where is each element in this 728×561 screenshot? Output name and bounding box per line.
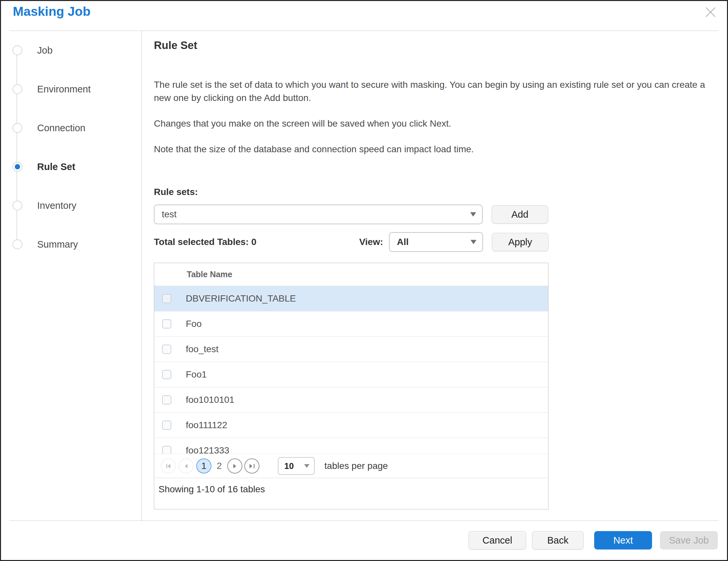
table-row[interactable]: Foo	[154, 311, 548, 337]
sidebar-item-inventory[interactable]: Inventory	[1, 186, 141, 225]
per-page-select[interactable]: 10	[278, 457, 315, 475]
step-radio-icon	[12, 201, 22, 210]
main-content: Rule Set The rule set is the set of data…	[154, 31, 721, 509]
next-button[interactable]: Next	[594, 531, 652, 549]
view-row: Total selected Tables: 0 View: All Apply	[154, 232, 548, 252]
description-paragraph-3: Note that the size of the database and c…	[154, 143, 718, 156]
table-name-cell: foo121333	[186, 445, 229, 454]
page-title: Rule Set	[154, 39, 721, 52]
first-page-icon[interactable]	[161, 458, 176, 474]
wizard-sidebar: JobEnvironmentConnectionRule SetInventor…	[1, 31, 142, 522]
table-rows-viewport: DBVERIFICATION_TABLEFoofoo_testFoo1foo10…	[154, 286, 548, 454]
table-name-cell: foo1010101	[186, 395, 234, 405]
add-button[interactable]: Add	[492, 205, 548, 224]
rule-set-row: test Add	[154, 205, 548, 224]
table-name-cell: Foo1	[186, 369, 207, 380]
rule-set-selected-value: test	[162, 209, 177, 220]
dropdown-arrow-icon	[470, 212, 476, 217]
row-checkbox[interactable]	[162, 421, 171, 430]
row-checkbox[interactable]	[162, 345, 171, 354]
sidebar-item-summary[interactable]: Summary	[1, 225, 141, 264]
showing-summary: Showing 1-10 of 16 tables	[158, 484, 265, 494]
sidebar-item-label: Rule Set	[37, 161, 75, 172]
table-name-cell: foo111122	[186, 420, 227, 430]
step-radio-icon	[12, 84, 22, 94]
table-name-cell: DBVERIFICATION_TABLE	[186, 293, 296, 304]
page-2-button[interactable]: 2	[217, 461, 222, 471]
back-button[interactable]: Back	[532, 531, 584, 549]
table-name-cell: foo_test	[186, 344, 219, 354]
rule-set-select[interactable]: test	[154, 205, 483, 224]
dialog-header: Masking Job	[1, 1, 727, 31]
total-selected-label: Total selected Tables: 0	[154, 237, 359, 247]
table-row[interactable]: foo121333	[154, 438, 548, 454]
sidebar-item-rule-set[interactable]: Rule Set	[1, 147, 141, 186]
sidebar-item-label: Job	[37, 45, 53, 56]
table-row[interactable]: Foo1	[154, 362, 548, 387]
per-page-value: 10	[284, 461, 294, 471]
prev-page-icon[interactable]	[179, 458, 194, 474]
step-radio-icon	[12, 45, 22, 55]
next-page-icon[interactable]	[227, 458, 242, 474]
sidebar-item-label: Connection	[37, 123, 85, 134]
row-checkbox[interactable]	[162, 446, 171, 454]
apply-button[interactable]: Apply	[492, 233, 548, 251]
table-name-cell: Foo	[186, 319, 202, 329]
view-label: View:	[359, 237, 383, 247]
sidebar-item-environment[interactable]: Environment	[1, 70, 141, 109]
sidebar-item-label: Inventory	[37, 200, 76, 211]
dropdown-arrow-icon	[304, 464, 309, 468]
row-checkbox[interactable]	[162, 319, 171, 329]
rule-sets-label: Rule sets:	[154, 185, 721, 199]
dropdown-arrow-icon	[471, 240, 476, 244]
current-page-button[interactable]: 1	[196, 458, 211, 474]
save-job-button[interactable]: Save Job	[660, 531, 718, 549]
table-row[interactable]: foo1010101	[154, 387, 548, 413]
table-footer: Showing 1-10 of 16 tables	[154, 478, 548, 509]
step-radio-icon	[12, 123, 22, 133]
step-radio-icon	[12, 239, 22, 249]
view-selected-value: All	[397, 237, 409, 247]
table-name-column-header: Table Name	[187, 270, 232, 279]
row-checkbox[interactable]	[162, 395, 171, 404]
row-checkbox[interactable]	[162, 370, 171, 379]
sidebar-item-label: Summary	[37, 239, 78, 250]
dialog-footer: Cancel Back Next Save Job	[1, 521, 727, 560]
sidebar-item-connection[interactable]: Connection	[1, 109, 141, 147]
pagination-bar: 1 2 10 tables per page	[154, 454, 548, 478]
per-page-label: tables per page	[325, 461, 388, 471]
description-paragraph-1: The rule set is the set of data to which…	[154, 78, 718, 105]
table-row[interactable]: DBVERIFICATION_TABLE	[154, 286, 548, 311]
table-header: Table Name	[154, 263, 548, 286]
last-page-icon[interactable]	[244, 458, 259, 474]
row-checkbox[interactable]	[162, 294, 171, 303]
sidebar-item-job[interactable]: Job	[1, 31, 141, 70]
cancel-button[interactable]: Cancel	[469, 531, 526, 549]
dialog-title: Masking Job	[13, 4, 90, 19]
tables-list: Table Name DBVERIFICATION_TABLEFoofoo_te…	[154, 263, 548, 509]
step-radio-icon	[12, 162, 22, 172]
view-select[interactable]: All	[389, 232, 483, 252]
masking-job-dialog: Masking Job JobEnvironmentConnectionRule…	[0, 0, 728, 561]
sidebar-item-label: Environment	[37, 84, 91, 95]
table-row[interactable]: foo111122	[154, 413, 548, 438]
close-icon[interactable]	[703, 5, 718, 19]
table-row[interactable]: foo_test	[154, 337, 548, 362]
step-list: JobEnvironmentConnectionRule SetInventor…	[1, 31, 141, 522]
description-paragraph-2: Changes that you make on the screen will…	[154, 117, 718, 130]
